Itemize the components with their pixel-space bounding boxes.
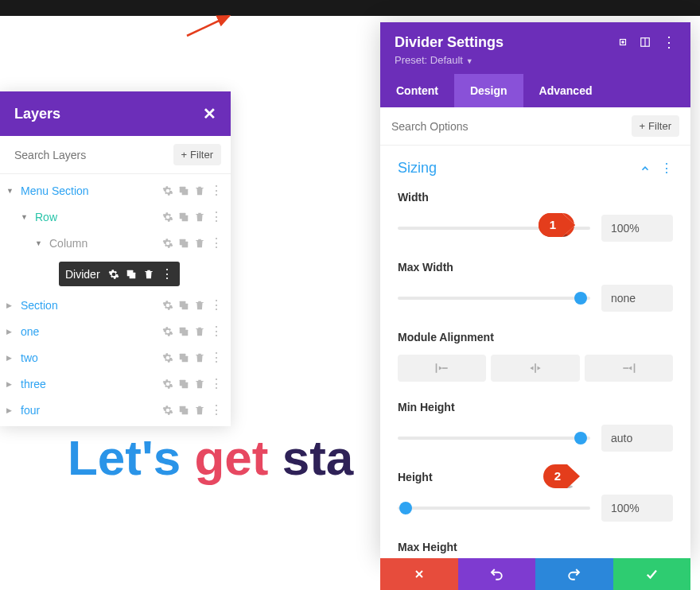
more-icon[interactable]: ⋮ [210, 402, 223, 417]
gear-icon[interactable] [162, 238, 173, 249]
svg-text:1: 1 [550, 218, 556, 231]
chevron-right-icon[interactable]: ▶ [6, 328, 16, 336]
gear-icon[interactable] [162, 378, 173, 390]
gear-icon[interactable] [162, 352, 173, 363]
layer-item-two[interactable]: ▶ two ⋮ [0, 344, 231, 371]
svg-rect-11 [182, 303, 189, 309]
align-right-button[interactable] [585, 355, 673, 382]
duplicate-icon[interactable] [178, 326, 189, 337]
confirm-button[interactable] [613, 558, 691, 590]
tab-design[interactable]: Design [454, 74, 523, 107]
chevron-right-icon[interactable]: ▶ [6, 354, 16, 362]
trash-icon[interactable] [194, 326, 205, 337]
more-icon[interactable]: ⋮ [210, 297, 223, 312]
trash-icon[interactable] [194, 238, 205, 249]
pill-actions: ⋮ [108, 266, 173, 281]
chevron-down-icon[interactable]: ▼ [35, 239, 45, 247]
layer-item-column[interactable]: ▼ Column ⋮ [0, 230, 231, 256]
gear-icon[interactable] [162, 326, 173, 337]
duplicate-icon[interactable] [178, 405, 189, 416]
layer-item-divider[interactable]: Divider ⋮ [0, 256, 231, 292]
cancel-button[interactable] [380, 558, 458, 590]
gear-icon[interactable] [162, 185, 173, 196]
min-height-value-input[interactable] [601, 425, 673, 452]
width-value-input[interactable] [601, 215, 673, 242]
duplicate-icon[interactable] [178, 212, 189, 223]
duplicate-icon[interactable] [126, 269, 137, 280]
layer-label[interactable]: Row [35, 211, 162, 223]
divider-selected-pill[interactable]: Divider ⋮ [59, 262, 180, 286]
chevron-right-icon[interactable]: ▶ [6, 406, 16, 414]
height-slider[interactable] [398, 507, 590, 510]
columns-icon[interactable] [640, 37, 651, 48]
min-height-slider[interactable] [398, 437, 590, 440]
gear-icon[interactable] [162, 405, 173, 416]
align-left-button[interactable] [398, 355, 486, 382]
layer-item-one[interactable]: ▶ one ⋮ [0, 318, 231, 344]
layer-label[interactable]: three [21, 378, 162, 390]
more-icon[interactable]: ⋮ [210, 376, 223, 391]
more-icon[interactable]: ⋮ [210, 235, 223, 250]
svg-marker-31 [628, 367, 632, 371]
trash-icon[interactable] [143, 269, 154, 280]
chevron-right-icon[interactable]: ▶ [6, 380, 16, 388]
chevron-down-icon[interactable]: ▼ [21, 213, 30, 221]
trash-icon[interactable] [194, 405, 205, 416]
max-width-value-input[interactable] [601, 285, 673, 312]
section-header: Sizing ⋮ [398, 160, 673, 177]
callout-badge-1: 1 [539, 213, 575, 237]
more-icon[interactable]: ⋮ [660, 161, 673, 176]
trash-icon[interactable] [194, 352, 205, 363]
tab-content[interactable]: Content [380, 74, 454, 107]
height-value-input[interactable] [601, 495, 673, 522]
svg-rect-9 [129, 272, 135, 278]
expand-icon[interactable] [617, 37, 628, 48]
tab-advanced[interactable]: Advanced [523, 74, 609, 107]
undo-button[interactable] [458, 558, 536, 590]
layer-label[interactable]: four [21, 404, 162, 417]
more-icon[interactable]: ⋮ [210, 324, 223, 339]
layer-item-row[interactable]: ▼ Row ⋮ [0, 204, 231, 230]
layer-label[interactable]: Menu Section [21, 184, 162, 197]
trash-icon[interactable] [194, 212, 205, 223]
max-width-slider[interactable] [398, 297, 590, 300]
redo-button[interactable] [535, 558, 613, 590]
layer-label[interactable]: Section [21, 299, 162, 312]
more-icon[interactable]: ⋮ [662, 33, 676, 51]
trash-icon[interactable] [194, 300, 205, 311]
gear-icon[interactable] [162, 300, 173, 311]
chevron-up-icon[interactable] [640, 163, 651, 174]
layer-item-three[interactable]: ▶ three ⋮ [0, 371, 231, 397]
more-icon[interactable]: ⋮ [210, 350, 223, 365]
layer-label[interactable]: two [21, 351, 162, 364]
search-layers-input[interactable] [14, 149, 173, 161]
layer-item-section[interactable]: ▶ Section ⋮ [0, 292, 231, 318]
more-icon[interactable]: ⋮ [210, 183, 223, 198]
gear-icon[interactable] [162, 212, 173, 223]
layer-label[interactable]: Column [49, 237, 162, 250]
duplicate-icon[interactable] [178, 352, 189, 363]
filter-button[interactable]: + Filter [173, 144, 221, 165]
trash-icon[interactable] [194, 378, 205, 390]
duplicate-icon[interactable] [178, 238, 189, 249]
layer-item-menu-section[interactable]: ▼ Menu Section ⋮ [0, 177, 231, 204]
field-label: Width [398, 191, 673, 204]
more-icon[interactable]: ⋮ [210, 209, 223, 224]
align-center-button[interactable] [491, 355, 579, 382]
duplicate-icon[interactable] [178, 378, 189, 390]
layer-label[interactable]: one [21, 325, 162, 338]
gear-icon[interactable] [108, 269, 119, 280]
layer-actions: ⋮ [162, 402, 223, 417]
filter-button[interactable]: + Filter [632, 115, 679, 137]
duplicate-icon[interactable] [178, 300, 189, 311]
chevron-right-icon[interactable]: ▶ [6, 301, 16, 309]
close-icon[interactable]: ✕ [203, 104, 216, 123]
chevron-down-icon[interactable]: ▼ [6, 187, 16, 195]
more-icon[interactable]: ⋮ [161, 266, 173, 281]
section-title[interactable]: Sizing [398, 160, 437, 177]
layer-item-four[interactable]: ▶ four ⋮ [0, 397, 231, 423]
search-options-input[interactable] [391, 120, 632, 133]
preset-selector[interactable]: Preset: Default ▼ [395, 54, 676, 74]
trash-icon[interactable] [194, 185, 205, 196]
duplicate-icon[interactable] [178, 185, 189, 196]
